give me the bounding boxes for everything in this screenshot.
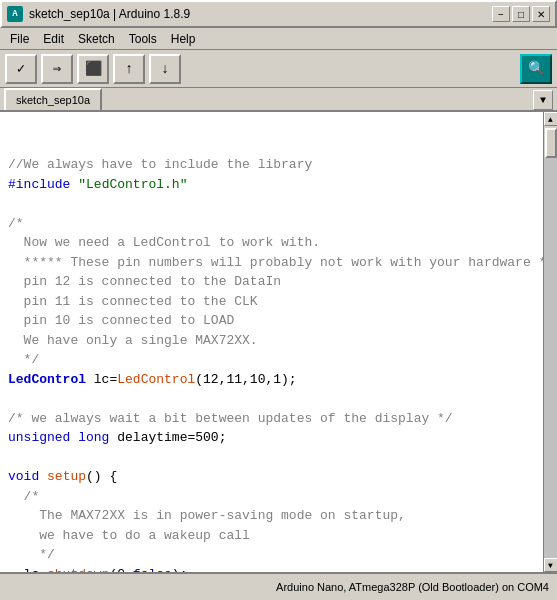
- sketch-tab[interactable]: sketch_sep10a: [4, 88, 102, 110]
- scroll-up-button[interactable]: ▲: [544, 112, 558, 126]
- toolbar: ✓ ⇒ ⬛ ↑ ↓ 🔍: [0, 50, 557, 88]
- title-bar-left: A sketch_sep10a | Arduino 1.8.9: [7, 6, 190, 22]
- minimize-button[interactable]: −: [492, 6, 510, 22]
- menu-help[interactable]: Help: [165, 30, 202, 48]
- status-bar: Arduino Nano, ATmega328P (Old Bootloader…: [0, 572, 557, 600]
- verify-button[interactable]: ✓: [5, 54, 37, 84]
- menu-file[interactable]: File: [4, 30, 35, 48]
- title-text: sketch_sep10a | Arduino 1.8.9: [29, 7, 190, 21]
- menu-tools[interactable]: Tools: [123, 30, 163, 48]
- maximize-button[interactable]: □: [512, 6, 530, 22]
- status-text: Arduino Nano, ATmega328P (Old Bootloader…: [276, 581, 549, 593]
- scroll-track[interactable]: [544, 158, 558, 558]
- save-button[interactable]: ↓: [149, 54, 181, 84]
- app-logo-icon: A: [7, 6, 23, 22]
- code-editor[interactable]: //We always have to include the library …: [0, 112, 543, 572]
- close-button[interactable]: ✕: [532, 6, 550, 22]
- menu-bar: File Edit Sketch Tools Help: [0, 28, 557, 50]
- toolbar-left: ✓ ⇒ ⬛ ↑ ↓: [5, 54, 181, 84]
- scrollbar-right[interactable]: ▲ ▼: [543, 112, 557, 572]
- editor-wrapper: //We always have to include the library …: [0, 112, 557, 572]
- menu-sketch[interactable]: Sketch: [72, 30, 121, 48]
- scroll-down-button[interactable]: ▼: [544, 558, 558, 572]
- new-button[interactable]: ⬛: [77, 54, 109, 84]
- menu-edit[interactable]: Edit: [37, 30, 70, 48]
- tab-bar: sketch_sep10a ▼: [0, 88, 557, 112]
- open-button[interactable]: ↑: [113, 54, 145, 84]
- scroll-thumb[interactable]: [545, 128, 557, 158]
- search-button[interactable]: 🔍: [520, 54, 552, 84]
- tab-label: sketch_sep10a: [16, 94, 90, 106]
- title-controls: − □ ✕: [492, 6, 550, 22]
- tab-dropdown-button[interactable]: ▼: [533, 90, 553, 110]
- title-bar: A sketch_sep10a | Arduino 1.8.9 − □ ✕: [0, 0, 557, 28]
- upload-button[interactable]: ⇒: [41, 54, 73, 84]
